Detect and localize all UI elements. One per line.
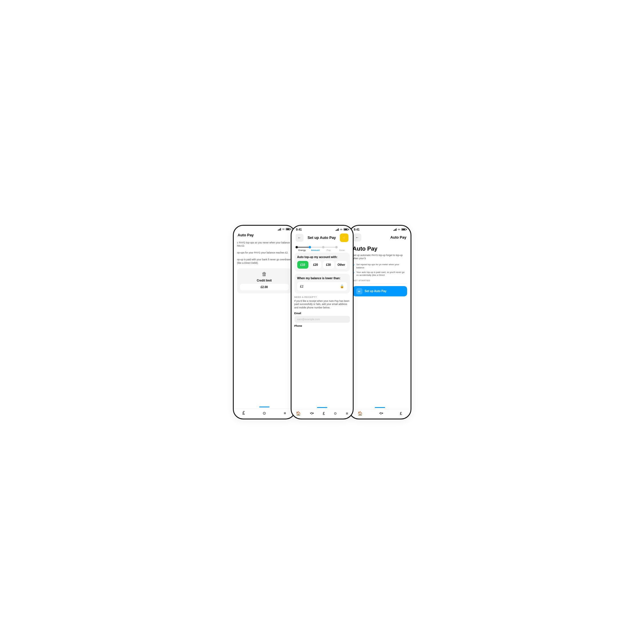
center-content: Auto top-up my account with: £10 £20 £30… bbox=[292, 253, 353, 407]
amount-10[interactable]: £10 bbox=[297, 261, 308, 269]
left-nav-header: Auto Pay bbox=[234, 231, 295, 239]
left-status-icons bbox=[278, 228, 290, 231]
left-phone: Auto Pay c PAYG top-ups so you never whe… bbox=[233, 225, 296, 419]
left-content: c PAYG top-ups so you never when your ba… bbox=[234, 239, 295, 407]
nav-home[interactable]: 🏠 bbox=[296, 411, 301, 416]
wifi-icon-right bbox=[397, 228, 401, 231]
right-content: Auto Pay Set up automatic PAYG top-up fo… bbox=[349, 243, 411, 407]
receipt-desc: If you'd like a receipt when your Auto P… bbox=[294, 300, 350, 310]
step-amount: Amount bbox=[309, 246, 322, 251]
left-desc1: c PAYG top-ups so you never when your ba… bbox=[237, 241, 292, 248]
left-desc2: op-ups for your PAYG your balance reache… bbox=[237, 251, 292, 255]
signal-bars-center bbox=[336, 228, 339, 231]
wifi-icon-center bbox=[340, 228, 343, 231]
step-dot-pay bbox=[322, 246, 324, 248]
auto-pay-title: Auto Pay bbox=[353, 245, 407, 252]
center-status-bar: 9:41 bbox=[292, 226, 353, 232]
step-line-1 bbox=[298, 247, 309, 247]
flash-button[interactable]: ⚡ bbox=[340, 233, 348, 242]
check-item-2: ✓ Your auto top-up is paid card, so you'… bbox=[353, 271, 407, 277]
amount-other[interactable]: Other bbox=[336, 261, 347, 269]
step-dot-energy bbox=[296, 246, 298, 248]
credit-limit-label: Credit limit bbox=[240, 279, 289, 282]
right-time: 9:41 bbox=[354, 228, 360, 231]
infinity-icon: ∞ bbox=[356, 288, 362, 294]
amount-grid: £10 £20 £30 Other bbox=[297, 261, 347, 269]
check-text-1: Set repeat top-ups for yo meter when you… bbox=[356, 263, 407, 269]
setup-btn-label: Set up Auto Pay bbox=[365, 290, 387, 293]
receipt-section: NEED A RECEIPT? If you'd like a receipt … bbox=[294, 296, 350, 329]
step-label-pay: Pay bbox=[322, 249, 336, 251]
signal-bars-right bbox=[393, 228, 397, 231]
wifi-icon bbox=[282, 228, 285, 231]
right-status-bar: 9:41 bbox=[349, 226, 411, 232]
trash-icon: 🗑 bbox=[240, 271, 289, 277]
setup-autopay-button[interactable]: ∞ Set up Auto Pay bbox=[353, 286, 407, 296]
right-status-icons bbox=[393, 228, 406, 231]
left-bottom-nav[interactable]: £ ⊙ ≡ bbox=[234, 409, 295, 419]
right-nav-title: Auto Pay bbox=[390, 235, 406, 239]
center-nav-title: Set up Auto Pay bbox=[308, 235, 336, 240]
step-line-3 bbox=[324, 247, 336, 247]
amount-20[interactable]: £20 bbox=[310, 261, 321, 269]
center-status-icons bbox=[336, 228, 348, 231]
balance-card: When my balance is lower than: £2 🔒 bbox=[294, 274, 350, 294]
credit-limit-value: £2.00 bbox=[240, 284, 289, 290]
nav-item-help[interactable]: ⊙ bbox=[263, 411, 266, 415]
stepper: Energy Amount Pay bbox=[292, 244, 353, 253]
right-phone: 9:41 ← Auto Pay bbox=[348, 225, 411, 419]
bottom-indicator-right bbox=[375, 407, 385, 408]
get-started-label: GET STARTED bbox=[353, 279, 407, 282]
right-bottom-nav[interactable]: 🏠 ⟲• £ bbox=[349, 409, 411, 419]
bottom-indicator-center bbox=[317, 407, 327, 408]
step-label-energy: Energy bbox=[296, 249, 309, 251]
center-nav-header: ← Set up Auto Pay ⚡ bbox=[292, 232, 353, 244]
left-nav-title: Auto Pay bbox=[238, 233, 254, 237]
nav-item-payments[interactable]: £ bbox=[242, 411, 245, 416]
nav-payments-right[interactable]: £ bbox=[400, 411, 402, 416]
amount-card-title: Auto top-up my account with: bbox=[297, 255, 347, 259]
nav-payments[interactable]: £ bbox=[323, 411, 325, 416]
check-text-2: Your auto top-up is paid card, so you'll… bbox=[356, 271, 407, 277]
step-pay: Pay bbox=[322, 246, 336, 251]
step-energy: Energy bbox=[296, 246, 309, 251]
lock-icon: 🔒 bbox=[340, 284, 344, 288]
left-status-bar bbox=[234, 226, 295, 231]
back-button-right[interactable]: ← bbox=[353, 233, 361, 241]
step-done: Done bbox=[335, 246, 349, 251]
email-input[interactable]: sam@example.com bbox=[294, 316, 350, 323]
amount-card: Auto top-up my account with: £10 £20 £30… bbox=[294, 253, 350, 272]
nav-help[interactable]: ⊙ bbox=[334, 411, 337, 415]
signal-bars bbox=[278, 228, 281, 231]
balance-input-row: £2 🔒 bbox=[297, 282, 347, 291]
step-label-done: Done bbox=[335, 249, 349, 251]
back-button-center[interactable]: ← bbox=[296, 234, 304, 242]
center-bottom-nav[interactable]: 🏠 ⟲• £ ⊙ ≡ bbox=[292, 409, 353, 419]
auto-pay-desc: Set up automatic PAYG top-up forget to t… bbox=[353, 254, 407, 261]
step-line-2 bbox=[311, 247, 322, 247]
step-label-amount: Amount bbox=[309, 249, 322, 251]
amount-30[interactable]: £30 bbox=[323, 261, 334, 269]
balance-value: £2 bbox=[300, 285, 304, 288]
battery-icon-right bbox=[401, 228, 406, 231]
phone-field-label: Phone bbox=[294, 324, 350, 327]
nav-journey-right[interactable]: ⟲• bbox=[379, 411, 383, 415]
credit-card: 🗑 Credit limit £2.00 bbox=[237, 268, 292, 293]
right-nav-header: ← Auto Pay bbox=[349, 232, 411, 243]
email-field-label: Email bbox=[294, 312, 350, 315]
scene: Auto Pay c PAYG top-ups so you never whe… bbox=[215, 215, 429, 429]
left-desc3: op-up is paid with your bank ll never go… bbox=[237, 258, 292, 265]
check-item-1: ✓ Set repeat top-ups for yo meter when y… bbox=[353, 263, 407, 269]
center-phone: 9:41 ← Set up Auto Pa bbox=[291, 225, 354, 419]
nav-journey[interactable]: ⟲• bbox=[310, 411, 314, 415]
bottom-indicator-left bbox=[259, 407, 270, 407]
battery-icon bbox=[286, 228, 290, 230]
step-dot-amount bbox=[309, 246, 311, 248]
nav-home-right[interactable]: 🏠 bbox=[358, 411, 362, 416]
step-dot-done bbox=[335, 246, 338, 248]
balance-card-title: When my balance is lower than: bbox=[297, 277, 347, 280]
receipt-label: NEED A RECEIPT? bbox=[294, 296, 350, 298]
center-time: 9:41 bbox=[296, 228, 302, 231]
nav-item-menu[interactable]: ≡ bbox=[284, 411, 286, 415]
nav-menu[interactable]: ≡ bbox=[346, 411, 348, 416]
